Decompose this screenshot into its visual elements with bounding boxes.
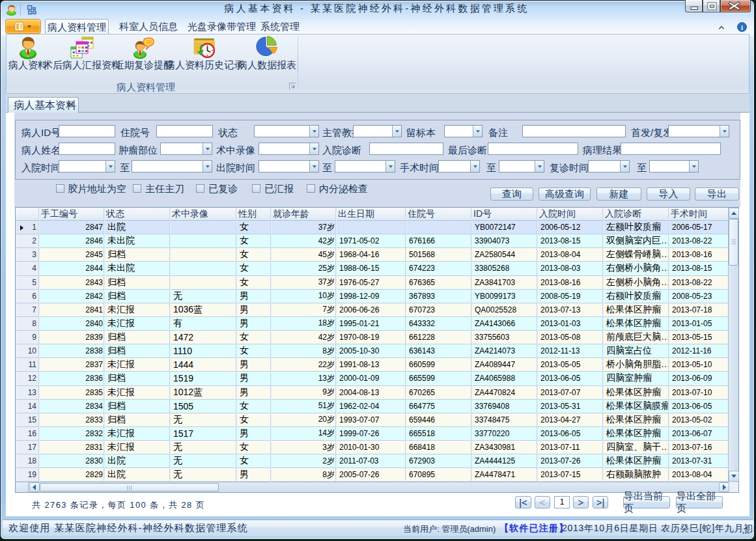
svg-text:i: i <box>741 23 743 31</box>
